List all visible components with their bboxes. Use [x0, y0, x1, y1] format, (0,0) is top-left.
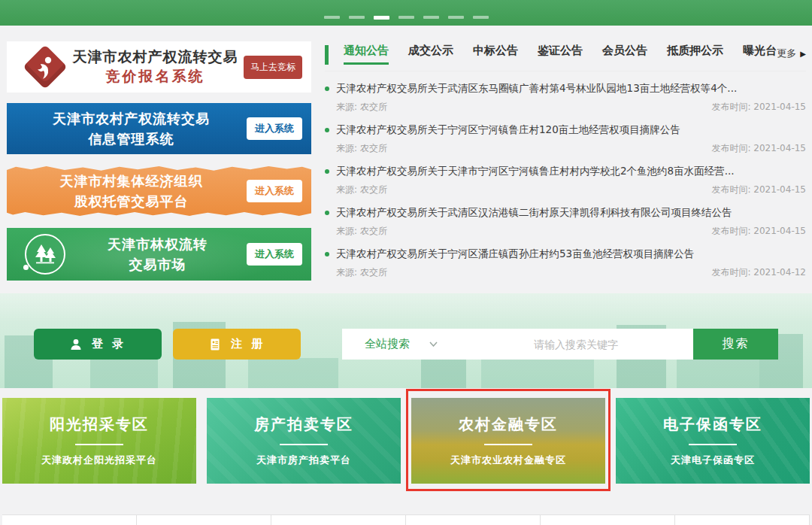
search-scope-select[interactable]: 全站搜索 — [342, 337, 459, 351]
bottom-cell[interactable] — [271, 514, 406, 525]
more-arrow-icon: ▶ — [800, 50, 806, 58]
search-bar: 全站搜索 搜索 — [342, 329, 778, 360]
source-value: 农交所 — [360, 102, 387, 112]
source-value: 农交所 — [360, 143, 387, 153]
source-label: 来源: — [336, 267, 357, 278]
carousel-banner[interactable] — [0, 0, 812, 26]
search-button[interactable]: 搜索 — [693, 329, 778, 360]
announcement-tab[interactable]: 通知公告 — [344, 44, 389, 65]
bullet-icon — [325, 128, 329, 132]
go-bid-button[interactable]: 马上去竞标 — [244, 56, 302, 79]
forest-rights-text: 天津市林权流转 交易市场 — [68, 234, 247, 275]
search-input[interactable] — [459, 338, 693, 351]
zone-title: 房产拍卖专区 — [207, 414, 401, 435]
source-label: 来源: — [336, 184, 357, 195]
login-label: 登 录 — [92, 337, 126, 351]
forest-rights-banner[interactable]: 天津市林权流转 交易市场 进入系统 — [7, 228, 311, 281]
announcement-title[interactable]: 天津农村产权交易所关于武清区东马圈镇广善村第4号林业队园地13亩土地经营权等4个… — [336, 82, 737, 96]
carousel-dot[interactable] — [398, 16, 414, 19]
bottom-cell[interactable] — [541, 514, 675, 525]
announcement-tab[interactable]: 抵质押公示 — [667, 44, 723, 65]
time-label: 发布时间: — [711, 267, 750, 278]
bottom-cell[interactable] — [137, 514, 271, 525]
time-value: 2021-04-15 — [753, 226, 806, 236]
homepage: 天津市农村产权流转交易 竞价报名系统 马上去竞标 天津市农村产权流转交易 信息管… — [0, 0, 812, 525]
carousel-dots — [0, 16, 812, 20]
time-value: 2021-04-15 — [753, 102, 806, 112]
time-value: 2021-04-15 — [753, 143, 806, 153]
bullet-icon — [325, 252, 329, 256]
announcement-tab[interactable]: 鉴证公告 — [538, 44, 583, 65]
site-logo-icon — [23, 44, 67, 89]
time-value: 2021-04-15 — [753, 184, 806, 195]
more-link[interactable]: 更多 ▶ — [777, 47, 806, 65]
info-management-banner[interactable]: 天津市农村产权流转交易 信息管理系统 进入系统 — [7, 103, 311, 154]
time-label: 发布时间: — [711, 143, 750, 153]
tab-accent-bar — [325, 45, 329, 65]
zone-card[interactable]: 房产拍卖专区 天津市房产拍卖平台 — [207, 398, 401, 484]
zone-cards: 阳光招采专区 天津政村企阳光招采平台 房产拍卖专区 天津市房产拍卖平台 农村金融… — [2, 398, 810, 484]
forest-rights-enter-button[interactable]: 进入系统 — [247, 243, 302, 266]
source-label: 来源: — [336, 102, 357, 112]
time-label: 发布时间: — [711, 184, 750, 195]
hero-section: 登 录 注 册 全站搜索 — [0, 293, 812, 388]
zone-title: 阳光招采专区 — [2, 414, 196, 435]
bottom-row — [2, 514, 810, 525]
time-label: 发布时间: — [711, 226, 750, 236]
announcement-source: 来源: 农交所 — [336, 142, 387, 155]
equity-trusteeship-line2: 股权托管交易平台 — [16, 191, 247, 211]
user-icon — [69, 338, 83, 351]
zone-divider — [75, 444, 123, 445]
carousel-dot[interactable] — [473, 16, 489, 19]
zone-divider — [484, 444, 532, 445]
zone-card[interactable]: 阳光招采专区 天津政村企阳光招采平台 — [2, 398, 196, 484]
zone-card[interactable]: 农村金融专区 天津市农业农村金融专区 — [411, 398, 605, 484]
announcement-title[interactable]: 天津农村产权交易所关于宁河区宁河镇鲁庄村120亩土地经营权项目摘牌公告 — [336, 123, 680, 137]
announcement-meta: 来源: 农交所 发布时间: 2021-04-15 — [325, 142, 806, 155]
announcement-item[interactable]: 天津农村产权交易所关于武清区东马圈镇广善村第4号林业队园地13亩土地经营权等4个… — [325, 82, 806, 114]
zone-divider — [280, 444, 328, 445]
announcement-tab[interactable]: 曝光台 — [743, 44, 777, 65]
announcement-tab[interactable]: 成交公示 — [408, 44, 453, 65]
register-button[interactable]: 注 册 — [173, 329, 301, 360]
announcement-item[interactable]: 天津农村产权交易所关于宁河区宁河镇鲁庄村120亩土地经营权项目摘牌公告 来源: … — [325, 123, 806, 155]
announcement-title[interactable]: 天津农村产权交易所关于武清区汉沽港镇二街村原天津凯得利科技有限公司项目终结公告 — [336, 206, 732, 220]
announcement-panel: 通知公告 成交公示 中标公告 鉴证公告 会员公告 抵质押公示 曝光台 更多 ▶ — [325, 44, 806, 289]
forest-trees-icon — [25, 234, 65, 275]
carousel-dot[interactable] — [423, 16, 439, 19]
announcement-time: 发布时间: 2021-04-15 — [711, 184, 806, 196]
announcement-list: 天津农村产权交易所关于武清区东马圈镇广善村第4号林业队园地13亩土地经营权等4个… — [325, 82, 806, 279]
announcement-meta: 来源: 农交所 发布时间: 2021-04-15 — [325, 101, 806, 114]
info-management-enter-button[interactable]: 进入系统 — [247, 117, 302, 140]
source-value: 农交所 — [360, 226, 387, 236]
announcement-tab[interactable]: 中标公告 — [473, 44, 518, 65]
announcement-source: 来源: 农交所 — [336, 101, 387, 114]
bottom-cell[interactable] — [406, 514, 541, 525]
announcement-title[interactable]: 天津农村产权交易所关于天津市宁河区宁河镇鲁庄村村内学校北2个鱼池约8亩水面经营.… — [336, 165, 735, 178]
announcement-meta: 来源: 农交所 发布时间: 2021-04-15 — [325, 225, 806, 238]
carousel-dot[interactable] — [324, 16, 340, 19]
announcement-tabs: 通知公告 成交公示 中标公告 鉴证公告 会员公告 抵质押公示 曝光台 — [344, 44, 777, 65]
bidding-system-card[interactable]: 天津市农村产权流转交易 竞价报名系统 马上去竞标 — [7, 41, 311, 93]
bottom-cell[interactable] — [2, 514, 137, 525]
announcement-item[interactable]: 天津农村产权交易所关于宁河区潘庄镇西孙庄村约53亩鱼池经营权项目摘牌公告 来源:… — [325, 247, 806, 279]
announcement-time: 发布时间: 2021-04-12 — [711, 266, 806, 279]
announcement-tab-bar: 通知公告 成交公示 中标公告 鉴证公告 会员公告 抵质押公示 曝光台 更多 ▶ — [325, 44, 806, 71]
bottom-cell[interactable] — [675, 514, 810, 525]
carousel-dot[interactable] — [349, 16, 365, 19]
login-button[interactable]: 登 录 — [34, 329, 162, 360]
equity-trusteeship-enter-button[interactable]: 进入系统 — [247, 180, 302, 202]
left-column: 天津市农村产权流转交易 竞价报名系统 马上去竞标 天津市农村产权流转交易 信息管… — [7, 41, 311, 281]
zone-card[interactable]: 电子保函专区 天津电子保函专区 — [616, 398, 810, 484]
announcement-meta: 来源: 农交所 发布时间: 2021-04-15 — [325, 184, 806, 196]
announcement-tab[interactable]: 会员公告 — [602, 44, 647, 65]
info-management-line1: 天津市农村产权流转交易 — [16, 108, 247, 129]
search-scope-label: 全站搜索 — [365, 337, 410, 351]
announcement-item[interactable]: 天津农村产权交易所关于天津市宁河区宁河镇鲁庄村村内学校北2个鱼池约8亩水面经营.… — [325, 165, 806, 196]
announcement-title[interactable]: 天津农村产权交易所关于宁河区潘庄镇西孙庄村约53亩鱼池经营权项目摘牌公告 — [336, 247, 694, 261]
bullet-icon — [325, 169, 329, 174]
carousel-dot[interactable] — [448, 16, 464, 19]
announcement-item[interactable]: 天津农村产权交易所关于武清区汉沽港镇二街村原天津凯得利科技有限公司项目终结公告 … — [325, 206, 806, 238]
carousel-dot[interactable] — [374, 16, 389, 20]
equity-trusteeship-banner[interactable]: 天津市村集体经济组织 股权托管交易平台 进入系统 — [7, 165, 311, 217]
